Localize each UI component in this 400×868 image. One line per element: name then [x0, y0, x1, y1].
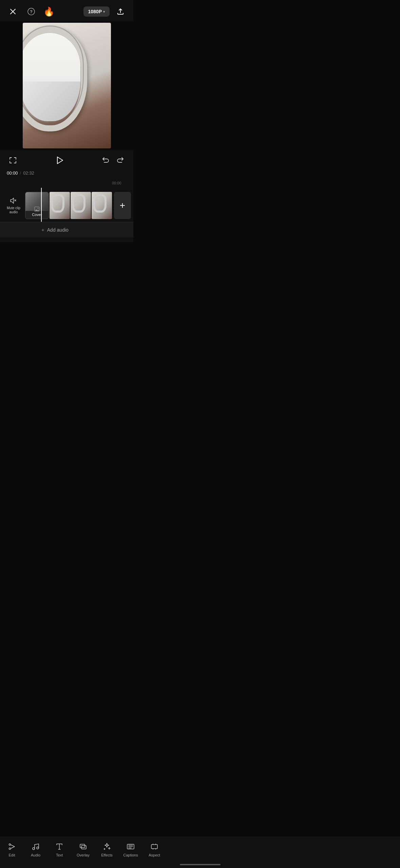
cover-button[interactable]: Cover: [25, 192, 49, 219]
video-thumb-2: [71, 192, 91, 219]
plus-icon: +: [120, 201, 125, 210]
add-audio-row[interactable]: + Add audio: [0, 222, 133, 237]
timeline-ruler: 00:00 00:02 00: [0, 178, 133, 188]
add-clip-button[interactable]: +: [114, 192, 131, 219]
resolution-label: 1080P: [88, 9, 102, 14]
mute-clip-button[interactable]: Mute clip audio: [7, 197, 20, 214]
add-audio-label: Add audio: [47, 227, 69, 233]
track-controls: Mute clip audio: [7, 197, 20, 214]
cover-label: Cover: [32, 213, 42, 217]
mute-clip-label: Mute clip audio: [7, 206, 20, 214]
timeline-area: Mute clip audio Cover: [0, 188, 133, 242]
ruler-mark-0: 00:00: [112, 181, 121, 185]
app-logo: 🔥: [43, 7, 54, 16]
top-bar-left: ? 🔥: [7, 5, 54, 18]
timeline-time: 00:00 / 02:32: [0, 169, 133, 178]
close-button[interactable]: [7, 5, 19, 18]
top-bar-right: 1080P ▾: [83, 5, 127, 18]
help-button[interactable]: ?: [25, 5, 37, 18]
top-bar: ? 🔥 1080P ▾: [0, 0, 133, 21]
video-thumb-3: [92, 192, 112, 219]
timeline-tracks: Mute clip audio Cover: [0, 188, 133, 222]
current-time: 00:00: [7, 170, 18, 176]
video-preview: [23, 23, 111, 148]
video-preview-area: [0, 21, 133, 150]
undo-redo-group: [99, 154, 127, 166]
redo-button[interactable]: [114, 154, 127, 166]
svg-text:?: ?: [30, 9, 33, 14]
fullscreen-button[interactable]: [7, 154, 19, 166]
chevron-down-icon: ▾: [103, 10, 105, 14]
video-strip: [50, 192, 112, 219]
undo-button[interactable]: [99, 154, 112, 166]
total-time: 02:32: [23, 170, 34, 176]
resolution-button[interactable]: 1080P ▾: [83, 6, 110, 17]
window-seal: [23, 25, 84, 124]
export-button[interactable]: [114, 5, 127, 18]
play-button[interactable]: [54, 155, 65, 166]
playback-controls: [0, 150, 133, 169]
video-thumb-1: [50, 192, 70, 219]
video-preview-inner: [23, 23, 111, 148]
time-separator: /: [20, 170, 21, 176]
playhead: [41, 188, 42, 222]
add-audio-prefix: +: [41, 227, 44, 233]
